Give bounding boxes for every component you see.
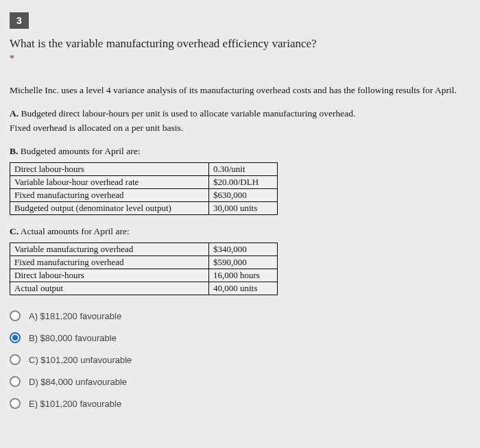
- point-c: C. Actual amounts for April are:: [10, 225, 470, 238]
- point-b: B. Budgeted amounts for April are:: [10, 145, 470, 158]
- question-text: What is the variable manufacturing overh…: [10, 37, 470, 51]
- context-paragraph: Michelle Inc. uses a level 4 variance an…: [10, 84, 470, 97]
- option-label: B) $80,000 favourable: [29, 333, 117, 343]
- table-cell-label: Variable labour-hour overhead rate: [10, 176, 209, 189]
- table-cell-value: 0.30/unit: [209, 163, 278, 176]
- option-label: E) $101,200 favourable: [29, 399, 121, 409]
- point-b-text: Budgeted amounts for April are:: [21, 146, 141, 156]
- actual-table: Variable manufacturing overhead $340,000…: [10, 242, 278, 295]
- option-e[interactable]: E) $101,200 favourable: [10, 398, 470, 409]
- table-row: Variable labour-hour overhead rate $20.0…: [10, 176, 278, 189]
- table-row: Fixed manufacturing overhead $630,000: [10, 189, 278, 202]
- radio-icon[interactable]: [10, 354, 21, 365]
- question-number-badge: 3: [10, 12, 29, 29]
- point-b-label: B.: [10, 146, 18, 156]
- table-cell-value: 40,000 units: [209, 282, 278, 295]
- table-row: Actual output 40,000 units: [10, 282, 278, 295]
- option-d[interactable]: D) $84,000 unfavourable: [10, 376, 470, 387]
- option-a[interactable]: A) $181,200 favourable: [10, 310, 470, 321]
- radio-icon[interactable]: [10, 398, 21, 409]
- radio-icon[interactable]: [10, 376, 21, 387]
- point-a: A. Budgeted direct labour-hours per unit…: [10, 107, 470, 135]
- table-cell-value: 30,000 units: [209, 202, 278, 215]
- radio-icon[interactable]: [10, 332, 21, 343]
- point-a-text2: Fixed overhead is allocated on a per uni…: [10, 123, 183, 133]
- point-c-label: C.: [10, 226, 19, 236]
- options-list: A) $181,200 favourable B) $80,000 favour…: [10, 310, 470, 409]
- table-row: Direct labour-hours 16,000 hours: [10, 269, 278, 282]
- option-c[interactable]: C) $101,200 unfavourable: [10, 354, 470, 365]
- table-row: Fixed manufacturing overhead $590,000: [10, 256, 278, 269]
- table-cell-value: $590,000: [209, 256, 278, 269]
- table-cell-label: Direct labour-hours: [10, 269, 209, 282]
- point-a-label: A.: [10, 108, 19, 119]
- budgeted-table: Direct labour-hours 0.30/unit Variable l…: [10, 162, 278, 215]
- table-cell-value: $20.00/DLH: [209, 176, 278, 189]
- radio-icon[interactable]: [10, 310, 21, 321]
- table-row: Variable manufacturing overhead $340,000: [10, 243, 278, 256]
- table-cell-label: Fixed manufacturing overhead: [10, 256, 209, 269]
- point-a-text1: Budgeted direct labour-hours per unit is…: [21, 108, 356, 119]
- table-cell-label: Budgeted output (denominator level outpu…: [10, 202, 209, 215]
- table-cell-value: $630,000: [209, 189, 278, 202]
- table-cell-value: $340,000: [209, 243, 278, 256]
- table-cell-label: Direct labour-hours: [10, 163, 209, 176]
- table-cell-label: Variable manufacturing overhead: [10, 243, 209, 256]
- option-label: A) $181,200 favourable: [29, 311, 121, 321]
- table-row: Direct labour-hours 0.30/unit: [10, 163, 278, 176]
- option-label: C) $101,200 unfavourable: [29, 355, 132, 365]
- point-c-text: Actual amounts for April are:: [21, 226, 130, 236]
- required-marker: *: [10, 53, 470, 64]
- option-b[interactable]: B) $80,000 favourable: [10, 332, 470, 343]
- table-cell-label: Actual output: [10, 282, 209, 295]
- question-container: 3 What is the variable manufacturing ove…: [0, 0, 480, 448]
- table-cell-value: 16,000 hours: [209, 269, 278, 282]
- table-row: Budgeted output (denominator level outpu…: [10, 202, 278, 215]
- option-label: D) $84,000 unfavourable: [29, 377, 127, 387]
- table-cell-label: Fixed manufacturing overhead: [10, 189, 209, 202]
